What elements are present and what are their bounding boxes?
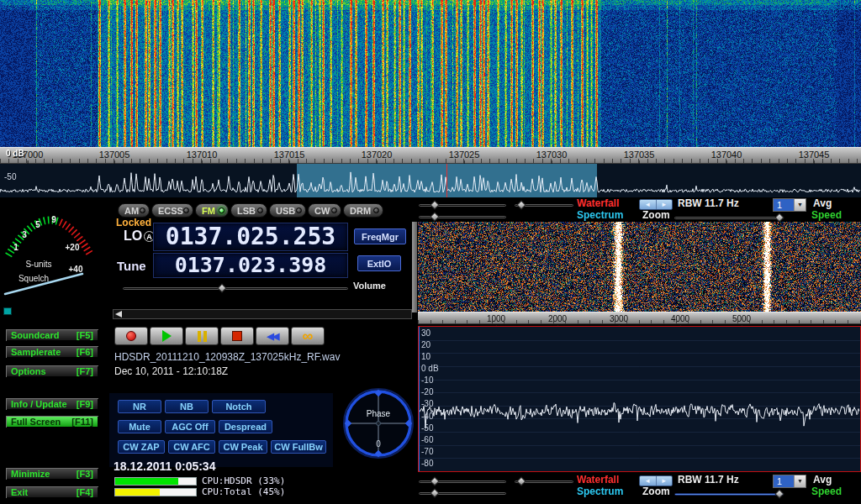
nb-button[interactable]: NB <box>165 400 209 413</box>
avg-combo[interactable]: 1 ▼ <box>773 198 806 212</box>
extio-button[interactable]: ExtIO <box>357 255 401 271</box>
mute-button[interactable]: Mute <box>118 420 161 433</box>
mode-button-fm[interactable]: FM <box>195 203 229 218</box>
hdsdr-app: 137000 137005 137010 137015 137020 13702… <box>0 0 861 504</box>
slider-thumb[interactable] <box>774 489 784 498</box>
slider-thumb[interactable] <box>774 213 784 222</box>
cw-fullbw-button[interactable]: CW FullBw <box>271 440 326 454</box>
spectrum-amplitude-slider[interactable] <box>419 213 506 222</box>
spinner-left-icon[interactable]: ◂ <box>640 200 657 209</box>
frequency-ruler[interactable]: 137000 137005 137010 137015 137020 13702… <box>0 147 861 164</box>
slider-thumb[interactable] <box>430 488 439 497</box>
s-meter[interactable]: 1 3 5 9 +20 +40 S-units Squelch <box>2 200 103 309</box>
mode-button-ecss[interactable]: ECSS <box>151 203 193 218</box>
despread-button[interactable]: Despread <box>219 420 272 433</box>
bottom-waterfall-brightness-slider[interactable] <box>419 477 506 486</box>
sidebar-item-options[interactable]: Options[F7] <box>5 365 99 378</box>
db-axis-label: -40 <box>421 412 439 421</box>
db-axis-label: -60 <box>421 435 439 444</box>
rf-spectrum-panel[interactable]: 30 20 10 0 dB -10 -20 -30 -40 -50 -60 -7… <box>418 326 861 472</box>
mode-button-am[interactable]: AM <box>118 203 150 218</box>
rewind-button[interactable]: ◀◀ <box>256 327 289 345</box>
notch-button[interactable]: Notch <box>212 400 266 413</box>
ruler-minor-ticks <box>0 159 861 163</box>
stop-button[interactable] <box>220 327 254 345</box>
spinner-right-icon[interactable]: ▸ <box>657 200 673 209</box>
meter-squelch-label: Squelch <box>18 274 49 283</box>
rf-waterfall-display[interactable] <box>418 222 861 312</box>
combo-arrow-icon[interactable]: ▼ <box>794 475 806 487</box>
sidebar-item-samplerate[interactable]: Samplerate[F6] <box>5 345 99 359</box>
agc-button[interactable]: AGC Off <box>165 420 215 433</box>
clock-display: 18.12.2011 0:05:34 <box>114 460 215 473</box>
mode-label: ECSS <box>158 206 183 216</box>
mode-button-cw[interactable]: CW <box>308 203 341 218</box>
waterfall-brightness-slider[interactable] <box>419 201 506 210</box>
mode-button-lsb[interactable]: LSB <box>230 203 267 218</box>
tune-label: Tune <box>117 260 146 274</box>
slider-thumb[interactable] <box>430 200 439 209</box>
mode-label: USB <box>276 206 295 216</box>
slider-thumb[interactable] <box>430 212 439 221</box>
mode-label: FM <box>202 206 215 216</box>
cw-zap-button[interactable]: CW ZAP <box>118 440 165 454</box>
tuning-bar[interactable] <box>113 309 412 319</box>
slider-groove <box>674 493 784 496</box>
nr-button[interactable]: NR <box>118 400 161 413</box>
bottom-avg-combo[interactable]: 1 ▼ <box>773 475 806 488</box>
mode-label: AM <box>124 206 139 216</box>
mode-led-icon <box>296 207 302 213</box>
slider-thumb[interactable] <box>430 476 439 486</box>
spinner-left-icon[interactable]: ◂ <box>640 476 657 486</box>
sidebar-item-soundcard[interactable]: Soundcard[F5] <box>5 328 99 342</box>
mode-led-icon <box>373 207 379 213</box>
avg-combo-value: 1 <box>774 475 794 487</box>
spinner-right-icon[interactable]: ▸ <box>657 476 673 486</box>
slider-thumb[interactable] <box>517 200 526 209</box>
mode-button-usb[interactable]: USB <box>269 203 306 218</box>
bottom-spectrum-amplitude-slider[interactable] <box>419 489 506 498</box>
main-waterfall-display[interactable] <box>0 0 861 147</box>
status-indicator <box>3 307 12 315</box>
cw-peak-button[interactable]: CW Peak <box>219 440 267 454</box>
waterfall-contrast-slider[interactable] <box>515 201 573 210</box>
mode-led-icon <box>140 207 145 213</box>
sidebar-label: Exit <box>11 487 28 497</box>
rf-frequency-scale[interactable]: 1000 2000 3000 4000 5000 <box>418 312 861 324</box>
stop-icon <box>232 331 242 341</box>
tune-frequency-display[interactable]: 0137.023.398 <box>153 253 348 278</box>
spectrum-caption: Spectrum <box>577 210 623 221</box>
db-axis-label: -30 <box>421 399 439 408</box>
pause-button[interactable] <box>185 327 219 345</box>
sidebar-item-fullscreen[interactable]: Full Screen[F11] <box>5 415 99 428</box>
db-axis-label: -50 <box>421 423 439 433</box>
rbw-label: RBW 11.7 Hz <box>678 198 739 209</box>
lo-frequency-display[interactable]: 0137.025.253 <box>153 223 348 251</box>
rf-spectrum-display[interactable] <box>419 327 860 471</box>
sidebar-item-info-update[interactable]: Info / Update[F9] <box>5 397 99 411</box>
meter-units-label: S-units <box>25 260 51 269</box>
slider-thumb[interactable] <box>217 283 226 292</box>
record-button[interactable] <box>114 327 148 345</box>
main-spectrum-display[interactable] <box>0 164 861 197</box>
freqmgr-button[interactable]: FreqMgr <box>354 228 406 244</box>
meter-tick-label: +20 <box>66 243 80 252</box>
waterfall-scrollbar[interactable] <box>412 222 417 312</box>
volume-slider[interactable] <box>123 284 348 293</box>
cw-afc-button[interactable]: CW AFC <box>168 440 215 454</box>
sidebar-item-exit[interactable]: Exit[F4] <box>5 486 99 499</box>
bottom-waterfall-contrast-slider[interactable] <box>515 477 573 486</box>
bottom-speed-label: Speed <box>811 486 842 497</box>
loop-button[interactable]: ∞ <box>291 327 325 345</box>
sidebar-item-minimize[interactable]: Minimize[F3] <box>5 467 99 480</box>
combo-arrow-icon[interactable]: ▼ <box>794 199 806 211</box>
bottom-zoom-slider[interactable] <box>674 490 784 499</box>
slider-thumb[interactable] <box>517 476 526 486</box>
mode-led-icon <box>183 207 189 213</box>
rewind-icon: ◀◀ <box>267 331 278 342</box>
meter-tick-label: 5 <box>35 220 40 229</box>
play-button[interactable] <box>150 327 183 345</box>
tuning-bar-thumb[interactable] <box>115 311 122 318</box>
mode-button-drm[interactable]: DRM <box>343 203 383 218</box>
meter-tick-label: 1 <box>13 243 18 252</box>
